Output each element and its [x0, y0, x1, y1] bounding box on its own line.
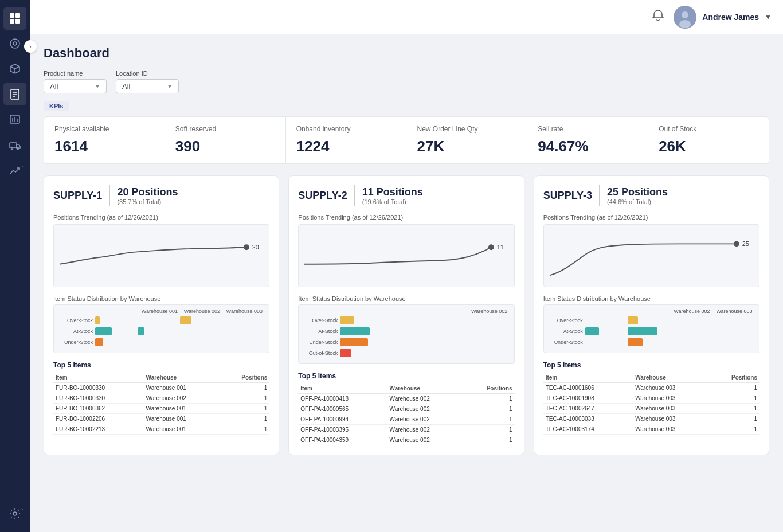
supply-positions-0: 20 Positions — [117, 186, 178, 198]
supply-name-2: SUPPLY-3 — [543, 190, 592, 202]
svg-point-15 — [11, 148, 13, 150]
top5-cell-1-1-1: Warehouse 002 — [387, 404, 463, 414]
top5-title-0: Top 5 Items — [53, 361, 269, 369]
sidebar-item-products[interactable] — [3, 57, 26, 80]
bar-header-1-0: Warehouse 002 — [469, 308, 510, 314]
top5-cell-0-4-0: FUR-BO-10002213 — [53, 424, 144, 435]
header: Andrew James ▼ — [30, 0, 783, 34]
bar-chart-box-0: Warehouse 001Warehouse 002Warehouse 003O… — [53, 304, 269, 353]
top5-cell-0-1-1: Warehouse 002 — [144, 393, 219, 404]
chart-box-0: 20 — [53, 224, 269, 287]
bar-cell-2-0-1 — [628, 316, 668, 324]
table-row: TEC-AC-10002647Warehouse 0031 — [543, 404, 759, 414]
bar-fill-1-0-0 — [340, 316, 354, 324]
sidebar-item-orders[interactable] — [3, 32, 26, 55]
supply-divider-1 — [354, 185, 355, 206]
supply-stats-2: 25 Positions (44.6% of Total) — [607, 186, 668, 205]
table-row: FUR-BO-10000330Warehouse 0021 — [53, 393, 269, 404]
sidebar-item-settings[interactable]: › — [3, 502, 26, 525]
top5-section-0: Top 5 ItemsItemWarehousePositionsFUR-BO-… — [53, 361, 269, 435]
bar-header-0-2: Warehouse 003 — [224, 308, 264, 314]
product-name-value: All — [50, 82, 58, 91]
kpi-cards-row: Physical available 1614Soft reserved 390… — [44, 116, 769, 164]
chart-title-0: Positions Trending (as of 12/26/2021) — [53, 214, 269, 221]
top5-header-2-2: Positions — [708, 373, 759, 383]
sidebar-item-dashboard[interactable] — [3, 7, 26, 30]
bar-chart-title-1: Item Status Distribution by Warehouse — [298, 295, 514, 302]
kpi-card-2: Onhand inventory 1224 — [286, 117, 407, 163]
chart-box-1: 11 — [298, 224, 514, 287]
sidebar-item-analytics[interactable]: › — [3, 159, 26, 182]
sidebar-item-inventory[interactable] — [3, 83, 26, 105]
top5-cell-0-2-1: Warehouse 001 — [144, 404, 219, 414]
top5-header-0-0: Item — [53, 373, 144, 383]
notification-icon[interactable] — [652, 9, 664, 25]
top5-cell-2-3-0: TEC-AC-10003033 — [543, 414, 633, 424]
top5-cell-2-3-1: Warehouse 003 — [633, 414, 708, 424]
bar-cell-0-2-0 — [95, 338, 135, 346]
bar-fill-0-0-0 — [95, 316, 100, 324]
bar-row-2-1: At-Stock — [549, 327, 754, 335]
bar-fill-2-1-0 — [585, 327, 600, 335]
supply-positions-2: 25 Positions — [607, 186, 668, 198]
sidebar-item-shipping[interactable] — [3, 133, 26, 156]
supply-divider-2 — [599, 185, 600, 206]
top5-cell-0-0-1: Warehouse 001 — [144, 383, 219, 393]
svg-point-17 — [13, 512, 17, 515]
table-row: TEC-AC-10001908Warehouse 0031 — [543, 393, 759, 404]
supply-card-supply2: SUPPLY-2 11 Positions (19.6% of Total) P… — [288, 175, 524, 455]
supply-pct-2: (44.6% of Total) — [607, 198, 668, 205]
bar-chart-section-1: Item Status Distribution by WarehouseWar… — [298, 295, 514, 364]
top5-cell-0-2-2: 1 — [219, 404, 270, 414]
top5-cell-1-4-0: OFF-PA-10004359 — [298, 435, 387, 445]
top5-section-1: Top 5 ItemsItemWarehousePositionsOFF-PA-… — [298, 372, 514, 445]
sidebar-item-reports[interactable] — [3, 108, 26, 131]
bar-label-0-2: Under-Stock — [58, 339, 93, 345]
kpi-card-1: Soft reserved 390 — [165, 117, 286, 163]
svg-point-19 — [682, 11, 688, 18]
avatar-image — [674, 6, 696, 29]
product-name-select[interactable]: All ▼ — [44, 79, 107, 93]
bar-label-1-2: Under-Stock — [303, 339, 338, 345]
location-id-arrow: ▼ — [167, 83, 173, 89]
bar-cell-2-2-1 — [628, 338, 668, 346]
svg-point-25 — [734, 241, 739, 247]
supply-name-1: SUPPLY-2 — [298, 190, 347, 202]
bar-cell-0-0-2 — [180, 316, 220, 324]
bar-chart-box-2: Warehouse 002Warehouse 003Over-StockAt-S… — [543, 304, 759, 353]
user-menu-chevron[interactable]: ▼ — [765, 13, 772, 21]
kpi-value-0: 1614 — [54, 138, 154, 155]
svg-text:25: 25 — [742, 240, 749, 247]
kpi-value-3: 27K — [417, 138, 516, 155]
bar-fill-0-0-2 — [180, 316, 191, 324]
svg-point-5 — [13, 42, 17, 45]
bar-cell-1-2-0 — [340, 338, 380, 346]
sidebar-toggle[interactable]: › — [24, 40, 37, 53]
top5-cell-0-0-0: FUR-BO-10000330 — [53, 383, 144, 393]
product-name-label: Product name — [44, 70, 107, 77]
bar-cell-1-3-0 — [340, 349, 380, 357]
location-id-select[interactable]: All ▼ — [116, 79, 179, 93]
chart-box-2: 25 — [543, 224, 759, 287]
chart-title-1: Positions Trending (as of 12/26/2021) — [298, 214, 514, 221]
table-row: TEC-AC-10003033Warehouse 0031 — [543, 414, 759, 424]
top5-cell-2-2-1: Warehouse 003 — [633, 404, 708, 414]
top5-cell-2-4-0: TEC-AC-10003174 — [543, 424, 633, 435]
user-section[interactable]: Andrew James ▼ — [674, 6, 772, 29]
top5-header-1-0: Item — [298, 384, 387, 394]
bar-cell-2-1-1 — [628, 327, 668, 335]
kpi-card-5: Out of Stock 26K — [648, 117, 769, 163]
supply-card-supply1: SUPPLY-1 20 Positions (35.7% of Total) P… — [44, 175, 279, 455]
table-row: OFF-PA-10004359Warehouse 0021 — [298, 435, 514, 445]
top5-cell-0-0-2: 1 — [219, 383, 270, 393]
supply-divider-0 — [109, 185, 110, 206]
top5-header-0-1: Warehouse — [144, 373, 219, 383]
top5-table-2: ItemWarehousePositionsTEC-AC-10001606War… — [543, 373, 759, 435]
top5-cell-2-4-1: Warehouse 003 — [633, 424, 708, 435]
bar-label-2-2: Under-Stock — [549, 339, 583, 345]
bar-row-1-2: Under-Stock — [303, 338, 509, 346]
chart-section-1: Positions Trending (as of 12/26/2021)11 — [298, 214, 514, 287]
bar-cell-1-0-0 — [340, 316, 380, 324]
svg-text:11: 11 — [497, 244, 504, 251]
kpi-card-0: Physical available 1614 — [44, 117, 165, 163]
